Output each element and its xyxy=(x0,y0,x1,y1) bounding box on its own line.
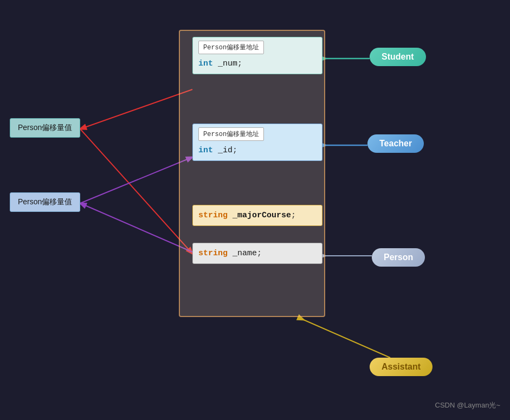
watermark: CSDN @Layman光~ xyxy=(435,400,501,410)
left-box-offset-value-1: Person偏移量值 xyxy=(10,118,80,138)
fb1-varname: _num xyxy=(218,59,237,68)
fb2-code: int _id; xyxy=(198,144,237,157)
fb3-code: string _majorCourse; xyxy=(198,209,317,222)
fb4-varname: _name xyxy=(233,249,257,258)
field-box-major-course: string _majorCourse; xyxy=(192,205,322,226)
main-canvas: Person偏移量地址 int _num; Person偏移量地址 int _i… xyxy=(0,0,510,420)
svg-line-7 xyxy=(304,320,390,358)
fb2-header: Person偏移量地址 xyxy=(198,127,264,141)
fb2-varname: _id xyxy=(218,146,233,155)
fb3-keyword: string xyxy=(198,211,228,220)
fb1-header: Person偏移量地址 xyxy=(198,41,264,54)
student-label: Student xyxy=(370,48,426,66)
assistant-label: Assistant xyxy=(370,358,432,376)
svg-line-3 xyxy=(80,203,192,252)
svg-line-2 xyxy=(80,157,192,203)
field-box-name: string _name; xyxy=(192,243,322,264)
field-box-id: Person偏移量地址 int _id; xyxy=(192,124,322,161)
field-box-num: Person偏移量地址 int _num; xyxy=(192,37,322,74)
svg-line-1 xyxy=(80,89,192,129)
fb1-code: int _num; xyxy=(198,57,242,70)
left-box-offset-value-2: Person偏移量值 xyxy=(10,192,80,212)
svg-line-0 xyxy=(80,129,192,254)
fb4-keyword: string xyxy=(198,249,228,258)
fb3-varname: _majorCourse xyxy=(233,211,291,220)
fb1-keyword: int xyxy=(198,59,213,68)
fb4-code: string _name; xyxy=(198,247,317,260)
teacher-label: Teacher xyxy=(367,134,424,153)
person-label: Person xyxy=(372,248,425,267)
fb2-keyword: int xyxy=(198,146,213,155)
